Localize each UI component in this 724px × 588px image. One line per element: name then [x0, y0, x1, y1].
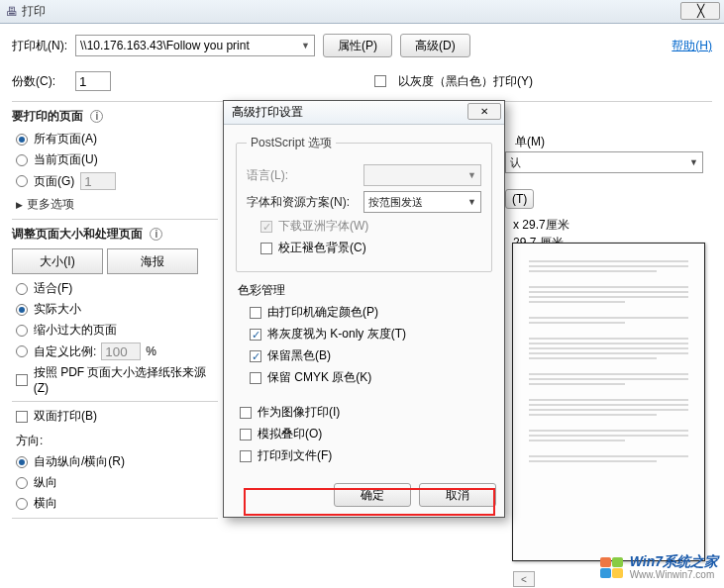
- watermark-url: Www.Winwin7.com: [630, 568, 718, 582]
- simulate-option[interactable]: 模拟叠印(O): [240, 426, 492, 442]
- print-to-file-checkbox[interactable]: [240, 450, 252, 462]
- info-icon[interactable]: i: [90, 110, 103, 123]
- orientation-portrait-option[interactable]: 纵向: [16, 474, 218, 491]
- info-icon-2[interactable]: i: [150, 228, 162, 241]
- color-cmyk-option[interactable]: 保留 CMYK 原色(K): [250, 369, 492, 386]
- language-label: 语言(L):: [247, 167, 358, 184]
- grayscale-checkbox[interactable]: [374, 75, 386, 87]
- orientation-auto-option[interactable]: 自动纵向/横向(R): [16, 453, 218, 470]
- orientation-landscape-option[interactable]: 横向: [16, 495, 218, 512]
- chevron-down-icon: ▼: [301, 41, 310, 50]
- printer-value: \\10.176.163.43\Follow you print: [80, 39, 250, 52]
- duplex-option[interactable]: 双面打印(B): [16, 408, 218, 425]
- dialog-close-button[interactable]: ✕: [467, 103, 501, 120]
- advanced-settings-dialog: 高级打印设置 ✕ PostScript 选项 语言(L): ▼ 字体和资源方案(…: [223, 100, 505, 518]
- cancel-button[interactable]: 取消: [419, 483, 496, 507]
- color-black-checkbox[interactable]: [250, 350, 261, 362]
- printer-row: 打印机(N): \\10.176.163.43\Follow you print…: [12, 34, 712, 57]
- font-label: 字体和资源方案(N):: [247, 194, 358, 211]
- watermark-brand: Win7系统之家: [630, 554, 718, 568]
- resize-section-heading: 调整页面大小和处理页面 i: [12, 226, 218, 243]
- choose-paper-checkbox[interactable]: [16, 374, 28, 386]
- pages-current-option[interactable]: 当前页面(U): [16, 151, 218, 168]
- right-combo[interactable]: 认 ▼: [505, 151, 703, 173]
- language-row: 语言(L): ▼: [247, 164, 481, 186]
- radio-current[interactable]: [16, 154, 28, 166]
- dialog-body: PostScript 选项 语言(L): ▼ 字体和资源方案(N): 按范围发送…: [224, 125, 504, 477]
- color-black-option[interactable]: 保留黑色(B): [250, 347, 492, 364]
- orientation-heading: 方向:: [16, 433, 218, 449]
- postscript-legend: PostScript 选项: [247, 135, 336, 151]
- size-tabs: 大小(I) 海报: [12, 248, 218, 274]
- ok-button[interactable]: 确定: [334, 483, 411, 507]
- radio-pages[interactable]: [16, 175, 28, 187]
- font-select[interactable]: 按范围发送▼: [363, 191, 481, 213]
- radio-all[interactable]: [16, 134, 28, 146]
- dialog-title: 高级打印设置: [232, 104, 303, 121]
- pages-all-option[interactable]: 所有页面(A): [16, 131, 218, 147]
- radio-fit[interactable]: [16, 283, 28, 295]
- radio-shrink[interactable]: [16, 325, 28, 337]
- radio-custom[interactable]: [16, 345, 28, 357]
- color-cmyk-checkbox[interactable]: [250, 372, 261, 384]
- printer-label: 打印机(N):: [12, 38, 67, 54]
- radio-actual[interactable]: [16, 304, 28, 316]
- chevron-down-icon-4: ▼: [467, 197, 476, 207]
- help-link[interactable]: 帮助(H): [672, 38, 712, 54]
- dialog-footer: 确定 取消: [224, 477, 504, 517]
- right-size1: x 29.7厘米: [513, 217, 569, 234]
- discolor-bg-checkbox[interactable]: [260, 243, 272, 254]
- copies-row: 份数(C): 以灰度（黑白色）打印(Y): [12, 71, 712, 91]
- download-fonts-checkbox: [260, 221, 272, 233]
- discolor-bg-option[interactable]: 校正褪色背景(C): [260, 240, 481, 256]
- separator-4: [12, 518, 218, 519]
- window-title: 打印: [22, 3, 46, 20]
- color-konly-option[interactable]: 将灰度视为 K-only 灰度(T): [250, 326, 492, 343]
- advanced-button[interactable]: 高级(D): [400, 34, 470, 57]
- choose-paper-option[interactable]: 按照 PDF 页面大小选择纸张来源(Z): [16, 364, 218, 395]
- print-to-file-option[interactable]: 打印到文件(F): [240, 447, 492, 464]
- chevron-down-icon-2: ▼: [689, 157, 698, 167]
- radio-orient-auto[interactable]: [16, 456, 28, 468]
- simulate-checkbox[interactable]: [240, 429, 252, 441]
- shrink-option[interactable]: 缩小过大的页面: [16, 322, 218, 339]
- pages-range-option[interactable]: 页面(G): [16, 172, 218, 190]
- custom-scale-input[interactable]: [101, 343, 141, 360]
- watermark: Win7系统之家 Www.Winwin7.com: [600, 554, 718, 582]
- radio-orient-portrait[interactable]: [16, 477, 28, 489]
- prev-page-button[interactable]: <: [513, 571, 535, 587]
- windows-logo-icon: [600, 557, 626, 579]
- language-select[interactable]: ▼: [363, 164, 481, 186]
- printer-select[interactable]: \\10.176.163.43\Follow you print ▼: [75, 35, 315, 56]
- titlebar: 🖶 打印 ╳: [0, 0, 724, 24]
- properties-button[interactable]: 属性(P): [323, 34, 392, 57]
- color-mgmt-heading: 色彩管理: [238, 282, 492, 299]
- separator-3: [12, 401, 218, 402]
- copies-input[interactable]: [75, 71, 111, 91]
- right-t-button[interactable]: (T): [505, 189, 534, 209]
- more-options-toggle[interactable]: ▶ 更多选项: [16, 196, 218, 213]
- left-column: 要打印的页面 i 所有页面(A) 当前页面(U) 页面(G) ▶ 更多选项 调整…: [12, 108, 218, 519]
- window-close-button[interactable]: ╳: [680, 2, 720, 20]
- dialog-titlebar: 高级打印设置 ✕: [224, 101, 504, 125]
- radio-orient-landscape[interactable]: [16, 498, 28, 510]
- as-image-option[interactable]: 作为图像打印(I): [240, 404, 492, 421]
- actual-option[interactable]: 实际大小: [16, 301, 218, 318]
- print-icon: 🖶: [6, 5, 18, 19]
- size-tab[interactable]: 大小(I): [12, 248, 103, 274]
- duplex-checkbox[interactable]: [16, 411, 28, 423]
- copies-label: 份数(C):: [12, 73, 67, 90]
- font-row: 字体和资源方案(N): 按范围发送▼: [247, 191, 481, 213]
- poster-tab[interactable]: 海报: [107, 248, 198, 274]
- triangle-right-icon: ▶: [16, 200, 23, 210]
- color-printer-option[interactable]: 由打印机确定颜色(P): [250, 304, 492, 321]
- grayscale-label: 以灰度（黑白色）打印(Y): [398, 73, 533, 90]
- as-image-checkbox[interactable]: [240, 407, 252, 419]
- separator-2: [12, 219, 218, 220]
- color-printer-checkbox[interactable]: [250, 307, 261, 319]
- pages-section-heading: 要打印的页面 i: [12, 108, 218, 125]
- fit-option[interactable]: 适合(F): [16, 280, 218, 297]
- color-konly-checkbox[interactable]: [250, 329, 261, 341]
- custom-option[interactable]: 自定义比例: %: [16, 343, 218, 360]
- pages-input[interactable]: [80, 172, 116, 190]
